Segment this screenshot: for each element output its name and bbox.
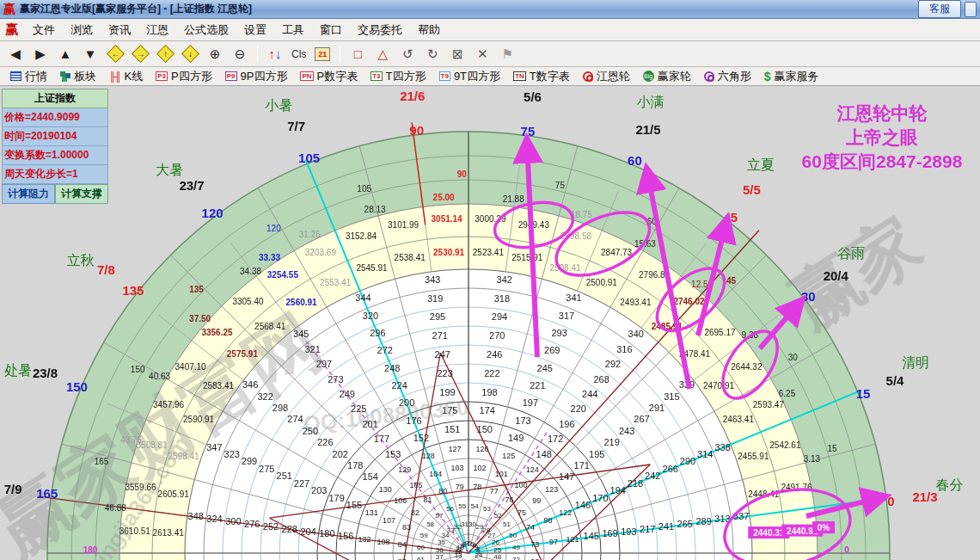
dia-down-icon[interactable]: ↓	[180, 44, 200, 65]
menu-item-5[interactable]: 设置	[236, 20, 274, 40]
view-button-板块[interactable]: 板块	[55, 69, 101, 84]
customer-service-button[interactable]: 客服	[918, 0, 961, 18]
zoom-in-icon[interactable]: ⊕	[205, 44, 225, 65]
dia-left-icon[interactable]: ←	[105, 44, 126, 65]
square-icon[interactable]: □	[347, 44, 368, 65]
svg-text:78: 78	[473, 483, 481, 491]
menu-item-0[interactable]: 文件	[25, 20, 63, 40]
view-button-江恩轮[interactable]: 江恩轮	[578, 69, 635, 84]
svg-text:174: 174	[480, 405, 495, 415]
menu-item-6[interactable]: 工具	[274, 20, 312, 40]
svg-text:145: 145	[584, 531, 599, 541]
svg-text:2613.41: 2613.41	[153, 528, 185, 538]
quote-row-0: 价格=2440.9099	[2, 108, 108, 127]
tri-down-icon[interactable]: ▼	[80, 44, 101, 65]
quote-row-1: 时间=20190104	[2, 127, 108, 146]
svg-text:小满: 小满	[637, 95, 665, 109]
updown-icon[interactable]: ↑↓	[265, 44, 285, 65]
svg-text:2590.91: 2590.91	[183, 415, 215, 424]
gods-eye-annotation: 江恩轮中轮上帝之眼60度区间2847-2898	[784, 102, 980, 174]
svg-text:224: 224	[391, 380, 407, 391]
menu-item-2[interactable]: 资讯	[101, 20, 138, 40]
svg-text:54: 54	[471, 502, 479, 510]
svg-text:处暑: 处暑	[4, 363, 32, 378]
menu-item-3[interactable]: 江恩	[138, 20, 176, 40]
svg-text:6.25: 6.25	[779, 389, 796, 398]
xbox-icon[interactable]: ⊠	[447, 44, 468, 65]
svg-text:150: 150	[477, 424, 493, 434]
svg-text:106: 106	[394, 496, 407, 505]
view-button-P四方形[interactable]: P3P四方形	[150, 69, 217, 84]
svg-text:226: 226	[317, 437, 333, 447]
app-window: 赢 赢家江恩专业版[赢家服务平台] - [上证指数 江恩轮] 客服 赢 文件浏览…	[0, 0, 980, 560]
svg-text:291: 291	[649, 403, 665, 413]
svg-text:2440.31: 2440.31	[753, 528, 785, 538]
svg-text:25: 25	[493, 546, 501, 554]
clipped-caption-button[interactable]	[965, 2, 977, 17]
svg-text:97: 97	[549, 538, 558, 546]
svg-text:218: 218	[628, 478, 643, 489]
view-button-赢家服务[interactable]: $赢家服务	[759, 69, 824, 84]
view-button-K线[interactable]: ╟╢K线	[104, 69, 148, 84]
flag-icon[interactable]: ⚑	[497, 44, 518, 65]
toolbar-separator	[257, 46, 258, 63]
svg-text:3305.40: 3305.40	[232, 297, 264, 306]
menu-item-4[interactable]: 公式选股	[176, 20, 236, 40]
svg-text:立夏: 立夏	[747, 157, 775, 172]
svg-text:2553.41: 2553.41	[320, 278, 352, 287]
calc-support-button[interactable]: 计算支撑	[55, 184, 108, 204]
calc-resistance-button[interactable]: 计算阻力	[2, 184, 55, 204]
svg-text:2542.61: 2542.61	[769, 440, 801, 450]
view-button-T四方形[interactable]: T3T四方形	[365, 69, 431, 84]
quote-rows: 价格=2440.9099时间=20190104变换系数=1.00000周天变化步…	[2, 108, 108, 184]
svg-text:225: 225	[351, 403, 366, 414]
view-button-9T四方形[interactable]: T99T四方形	[434, 69, 506, 84]
view-button-T数字表[interactable]: TNT数字表	[508, 69, 575, 84]
svg-text:小暑: 小暑	[265, 98, 292, 113]
toolbar-main: ◀▶▲▼←→↑↓⊕⊖↑↓Cls21□△↺↻⊠✕⚑	[0, 41, 980, 67]
dia-up-icon[interactable]: ↑	[155, 44, 175, 65]
svg-text:270: 270	[489, 330, 505, 341]
zoom-out-icon[interactable]: ⊖	[230, 44, 250, 65]
svg-text:7/8: 7/8	[97, 262, 115, 277]
svg-text:32: 32	[454, 523, 462, 531]
svg-text:3203.69: 3203.69	[305, 248, 337, 257]
menu-item-8[interactable]: 交易委托	[350, 20, 410, 40]
svg-text:104: 104	[429, 470, 442, 478]
svg-text:268: 268	[593, 374, 609, 385]
menu-item-7[interactable]: 窗口	[312, 20, 350, 40]
menu-item-1[interactable]: 浏览	[63, 20, 101, 40]
tri-up-icon[interactable]: ▲	[55, 44, 76, 65]
svg-text:3610.51: 3610.51	[119, 526, 151, 536]
rotate-ccw-icon[interactable]: ↺	[397, 44, 418, 65]
svg-text:290: 290	[680, 456, 695, 466]
rotate-cw-icon[interactable]: ↻	[422, 44, 443, 65]
svg-text:2575.91: 2575.91	[227, 349, 259, 359]
cls-icon[interactable]: Cls	[290, 44, 308, 65]
svg-text:13: 13	[455, 551, 462, 559]
calendar-icon[interactable]: 21	[312, 44, 333, 65]
view-button-六角形[interactable]: 六角形	[699, 69, 756, 84]
triangle-icon[interactable]: △	[372, 44, 393, 65]
svg-text:59: 59	[420, 532, 428, 539]
menu-item-9[interactable]: 帮助	[410, 20, 448, 40]
view-button-P数字表[interactable]: PNP数字表	[295, 69, 363, 84]
view-button-行情[interactable]: 行情	[5, 69, 52, 84]
svg-text:2560.91: 2560.91	[286, 298, 318, 307]
xcross-icon[interactable]: ✕	[472, 44, 493, 65]
svg-text:245: 245	[537, 363, 553, 373]
forward-icon[interactable]: ▶	[30, 44, 51, 65]
quote-row-2: 变换系数=1.00000	[2, 146, 108, 165]
annotation-line: 上帝之眼	[784, 126, 980, 150]
svg-text:3051.14: 3051.14	[432, 214, 463, 224]
dia-right-icon[interactable]: →	[130, 44, 150, 65]
svg-text:43.75: 43.75	[120, 435, 142, 445]
svg-text:193: 193	[621, 526, 636, 537]
view-button-赢家轮[interactable]: Big赢家轮	[638, 69, 696, 84]
svg-text:122: 122	[559, 508, 572, 517]
view-button-9P四方形[interactable]: P99P四方形	[220, 69, 293, 84]
svg-text:172: 172	[548, 434, 563, 444]
svg-text:273: 273	[328, 374, 343, 385]
svg-text:148: 148	[536, 449, 552, 459]
back-icon[interactable]: ◀	[5, 44, 26, 65]
